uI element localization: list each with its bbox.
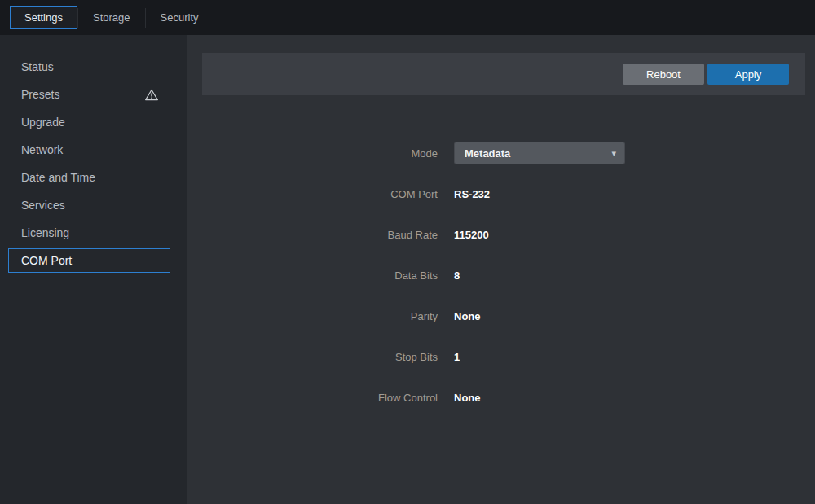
warning-icon [145,89,158,101]
sidebar-item-label: COM Port [21,254,72,267]
sidebar-item-date-and-time[interactable]: Date and Time [8,165,170,190]
com-port-form: Mode Metadata ▾ COM Port RS-232 Baud Rat… [187,142,815,409]
sidebar-item-services[interactable]: Services [8,193,170,217]
field-label: Parity [187,310,438,322]
form-row-data-bits: Data Bits 8 [187,264,815,287]
field-label: Baud Rate [187,229,438,241]
form-row-com-port: COM Port RS-232 [187,182,815,205]
tab-security[interactable]: Security [146,6,214,29]
field-value: None [454,392,481,404]
form-row-baud-rate: Baud Rate 115200 [187,223,815,246]
field-label: Data Bits [187,270,438,282]
sidebar-item-label: Upgrade [21,116,65,129]
chevron-down-icon: ▾ [611,149,616,158]
tab-settings[interactable]: Settings [10,6,77,29]
page-body: Status Presets Upgrade Network Date and … [0,35,815,504]
sidebar-item-presets[interactable]: Presets [8,82,170,107]
form-row-mode: Mode Metadata ▾ [187,142,815,164]
sidebar-item-label: Status [21,60,54,73]
top-nav: Settings Storage Security [0,0,815,35]
form-row-parity: Parity None [187,305,815,327]
sidebar-item-label: Licensing [21,226,69,239]
sidebar-item-licensing[interactable]: Licensing [8,221,170,245]
sidebar-item-upgrade[interactable]: Upgrade [8,110,170,134]
main-content: Reboot Apply Mode Metadata ▾ COM Port RS… [187,35,815,504]
reboot-button[interactable]: Reboot [623,64,704,85]
sidebar-item-label: Network [21,143,63,156]
mode-select[interactable]: Metadata ▾ [454,142,625,164]
tab-storage[interactable]: Storage [78,6,145,29]
field-value: 8 [454,270,460,282]
field-label: Stop Bits [187,351,438,363]
field-value: 115200 [454,229,489,241]
sidebar-item-label: Services [21,199,65,212]
field-value: RS-232 [454,188,490,200]
sidebar-item-com-port[interactable]: COM Port [8,248,170,273]
form-row-flow-control: Flow Control None [187,386,815,409]
sidebar-item-status[interactable]: Status [8,55,170,79]
form-row-stop-bits: Stop Bits 1 [187,345,815,368]
mode-select-value: Metadata [465,147,510,160]
field-label: Mode [187,147,438,160]
field-label: COM Port [187,188,438,200]
field-label: Flow Control [187,392,438,404]
sidebar-item-network[interactable]: Network [8,138,170,162]
sidebar-item-label: Date and Time [21,171,95,184]
field-value: None [454,310,481,322]
field-value: 1 [454,351,460,363]
tab-separator [214,8,214,28]
action-toolbar: Reboot Apply [202,53,805,95]
sidebar-item-label: Presets [21,88,59,101]
sidebar: Status Presets Upgrade Network Date and … [0,35,187,504]
apply-button[interactable]: Apply [707,64,789,85]
